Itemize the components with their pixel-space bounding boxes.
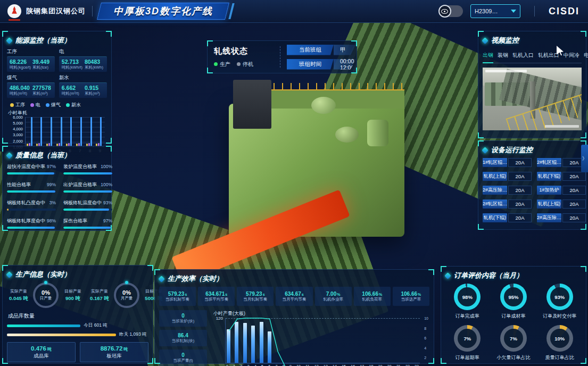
stat-unit: % [379,293,382,296]
donut-label: 订单成材率 [501,313,525,320]
shift-info-row: 班组时间 00:00-12:00 [287,59,356,70]
diamond-icon [444,272,451,279]
device-item: 2#高压除… 20A [483,186,532,195]
panel-corner-decor [2,265,8,271]
panel-order-evaluation: 订单评价内容（当月） 98% 订单完成率 95% 订单成材率 [441,266,586,364]
progress-track [7,209,56,211]
hourly-bar [268,331,271,363]
ytick: 4 [424,346,428,350]
energy-unit-label: 累耗(tce) [32,65,52,70]
device-label: 轧机(下辊) [537,172,561,181]
panel-corner-decor [581,224,586,230]
cctv-video-feed[interactable] [483,68,582,130]
progress-fill [63,190,112,193]
donut-percent: 10% [550,329,569,348]
device-item: 轧机(下辊) 20A [483,213,532,222]
drawer-toggle[interactable]: 》 [581,145,588,172]
panel-corner-decor [2,146,8,152]
camera-tab[interactable]: 轧机入口 [512,52,534,61]
output-gauges: 实际产量0.045 吨 0%日产量 目标产量900 吨 实际产量0.167 吨 … [7,282,148,308]
donut-percent: 7% [504,329,523,348]
ytick: 6,000 [13,115,23,120]
panel-corner-decor [106,31,112,37]
device-item: 轧机(下辊) 20A [537,172,586,181]
device-label: 1#轧区辊… [483,158,507,167]
inventory-cards: 0.476吨 成品库 8876.72吨 板坯库 [7,342,148,362]
quality-percent: 97% [47,164,56,169]
energy-bar-煤气 [61,117,62,147]
donut-percent: 98% [458,287,477,306]
device-label: 轧机(上辊) [483,172,507,181]
visibility-toggle[interactable] [438,5,463,17]
panel-production-info: 生产信息（实时） 实际产量0.045 吨 0%日产量 目标产量900 吨 实际产… [2,265,153,364]
panel-video-monitor: 视频监控 出钢装钢轧机入口轧机出口中间冷电加热 [478,31,586,138]
ytick: 5,000 [13,121,23,126]
panel-corner-decor [154,269,160,275]
panel-corner-decor [478,224,484,230]
panel-title: 视频监控 [491,36,519,45]
company-name: 陕钢集团汉钢公司 [26,6,86,16]
camera-tab[interactable]: 电加热 [584,52,588,61]
panel-corner-decor [154,358,160,364]
legend-dot-icon [66,103,70,107]
panel-corner-decor [351,40,357,46]
legend-dot-icon [46,103,49,107]
energy-group: 新水 6.662吨耗(m³/t) 0.915累耗(m³) [59,74,107,98]
camera-tab[interactable]: 轧机出口 [538,52,559,61]
donut-label: 订单超期率 [456,354,479,361]
inventory-card-value: 0.476 [31,345,46,352]
stat-label: 当班平均节奏 [204,297,228,302]
device-item: 1#加热炉 20A [537,186,586,195]
quality-item: 钢板终轧厚度命中 98% [7,218,56,229]
energy-legend: 工序电煤气新水 [10,102,107,109]
stat-unit: s [302,293,304,296]
device-label: 2#高压除… [483,186,507,195]
energy-value: 277578 [32,85,52,91]
efficiency-stat-card: 106.66% 当班达产率 [393,287,429,306]
camera-tab[interactable]: 装钢 [498,52,508,61]
panel-corner-decor [441,266,446,272]
panel-corner-decor [207,40,213,46]
panel-corner-decor [106,146,112,152]
quality-percent: 98% [47,218,56,223]
panel-title: 生产效率（实时） [168,274,223,284]
panel-title: 能源监控（当班） [15,36,71,45]
energy-group: 工序 68.226吨耗(kgce/t) 39.449累耗(tce) [7,48,55,72]
inventory-card-unit: 吨 [47,347,52,352]
shift-info-label: 班组时间 [287,59,334,70]
status-legend-item: 生产 [214,61,230,68]
efficiency-stat-card: 579.23s 当班轧制节奏 [159,287,196,306]
order-donut-cell: 98% 订单完成率 [445,284,490,320]
quality-item: 装炉温度合格率 100% [63,163,112,174]
panel-corner-decor [478,132,484,138]
device-item: 1#轧区辊… 20A [483,158,532,167]
actual-output-value: 0.045 吨 [7,295,30,302]
camera-tab[interactable]: 出钢 [483,52,493,61]
panel-corner-decor [441,358,446,364]
panel-corner-decor [581,358,586,364]
heat-number-dropdown[interactable]: H2309… [470,4,520,18]
side-stat-label: 当班产量(t) [173,358,193,363]
panel-quality-info: 质量信息（当班） 超快冷温度命中率 97% 装炉温度合格率 100% 性能合格率 [2,146,112,231]
efficiency-stat-card: 7.00% 轧机作业率 [315,287,352,306]
output-gauge-group: 实际产量0.045 吨 0%日产量 目标产量900 吨 [7,282,85,308]
panel-corner-decor [581,31,586,37]
company-logo-icon [7,4,21,18]
energy-bar-煤气 [70,117,72,147]
quality-percent: 97% [103,218,112,223]
legend-dot-icon [30,103,34,107]
diamond-icon [482,37,488,44]
diamond-icon [6,152,13,159]
energy-bar-煤气 [90,117,92,147]
camera-tab[interactable]: 中间冷 [564,52,579,61]
device-current-value: 20A [508,213,532,222]
panel-corner-decor [581,266,586,272]
quality-percent: 100% [101,164,112,169]
ytick: 6 [424,336,428,340]
energy-group: 煤气 486.040吨耗(m³/t) 277578累耗(m³) [7,74,55,98]
energy-unit-label: 累耗(kWh) [85,65,104,70]
inventory-bar [7,334,116,336]
energy-value: 6.662 [62,85,81,91]
panel-corner-decor [2,358,8,364]
inventory-bar [7,325,80,327]
